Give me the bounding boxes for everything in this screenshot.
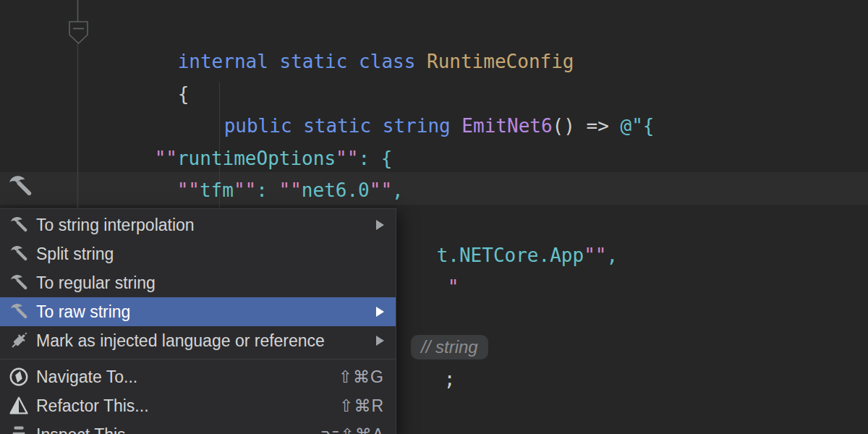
fold-region-marker[interactable] xyxy=(65,0,94,210)
menu-item-to-regular-string[interactable]: To regular string xyxy=(0,268,396,297)
shortcut-label: ⇧⌘R xyxy=(339,396,384,416)
prism-icon xyxy=(7,393,30,418)
hammer-icon xyxy=(7,271,30,295)
type-inlay-hint: // string xyxy=(411,335,488,359)
shortcut-label: ⇧⌘G xyxy=(339,367,384,387)
intention-actions-popup: To string interpolation Split string To … xyxy=(0,208,396,434)
menu-item-navigate-to[interactable]: Navigate To... ⇧⌘G xyxy=(0,362,396,391)
compass-icon xyxy=(7,365,30,389)
shortcut-label: ⌥⇧⌘A xyxy=(320,425,384,434)
hammer-icon xyxy=(7,213,30,237)
submenu-arrow-icon xyxy=(376,307,384,317)
submenu-arrow-icon xyxy=(376,220,384,230)
menu-item-inspect-this[interactable]: Inspect This... ⌥⇧⌘A xyxy=(0,420,396,434)
syringe-icon xyxy=(7,328,30,353)
menu-item-split-string[interactable]: Split string xyxy=(0,239,396,268)
intention-hammer-icon[interactable] xyxy=(6,172,35,201)
menu-item-mark-as-injected-language[interactable]: Mark as injected language or reference xyxy=(0,326,396,355)
inspect-icon xyxy=(7,422,30,434)
menu-separator xyxy=(0,355,396,362)
code-line: " xyxy=(402,239,459,336)
hammer-icon xyxy=(7,242,30,266)
submenu-arrow-icon xyxy=(376,336,384,346)
menu-item-to-string-interpolation[interactable]: To string interpolation xyxy=(0,210,396,239)
hammer-icon xyxy=(7,299,30,324)
menu-item-refactor-this[interactable]: Refactor This... ⇧⌘R xyxy=(0,391,396,420)
menu-item-to-raw-string[interactable]: To raw string xyxy=(0,297,396,326)
